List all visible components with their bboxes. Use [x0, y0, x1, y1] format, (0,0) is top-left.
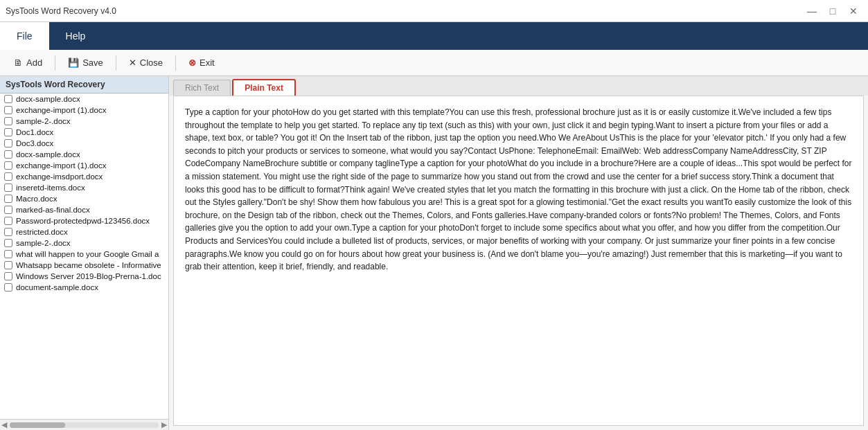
file-name: exchange-import (1).docx: [16, 106, 106, 114]
file-checkbox[interactable]: [4, 161, 12, 170]
file-name: sample-2-.docx: [16, 117, 71, 125]
maximize-button[interactable]: □: [824, 3, 842, 19]
toolbar-separator-1: [55, 55, 55, 71]
list-item[interactable]: docx-sample.docx: [0, 93, 168, 105]
exit-button[interactable]: ⊗ Exit: [180, 53, 223, 73]
file-checkbox[interactable]: [4, 95, 12, 103]
sidebar-scroll-track[interactable]: [10, 422, 159, 428]
list-item[interactable]: Whatsapp became obsolete - Informative: [0, 260, 168, 271]
list-item[interactable]: Password-protectedpwd-123456.docx: [0, 215, 168, 226]
file-checkbox[interactable]: [4, 206, 12, 214]
file-name: docx-sample.docx: [16, 150, 80, 159]
sidebar-title: SysTools Word Recovery: [0, 76, 168, 93]
file-checkbox[interactable]: [4, 183, 12, 192]
file-checkbox[interactable]: [4, 172, 12, 181]
file-name: Doc1.docx: [16, 128, 53, 136]
add-icon: 🗎: [14, 57, 23, 68]
file-checkbox[interactable]: [4, 150, 12, 159]
list-item[interactable]: exchange-imsdport.docx: [0, 171, 168, 182]
file-name: Password-protectedpwd-123456.docx: [16, 217, 150, 225]
title-bar-left: SysTools Word Recovery v4.0: [6, 6, 116, 16]
close-window-button[interactable]: ✕: [844, 3, 862, 19]
main-area: SysTools Word Recovery docx-sample.docxe…: [0, 76, 868, 430]
file-name: exchange-imsdport.docx: [16, 172, 103, 181]
file-checkbox[interactable]: [4, 272, 12, 280]
file-name: restricted.docx: [16, 228, 68, 236]
exit-icon: ⊗: [188, 57, 196, 68]
file-list[interactable]: docx-sample.docxexchange-import (1).docx…: [0, 93, 168, 419]
file-name: sample-2-.docx: [16, 239, 71, 247]
menu-file[interactable]: File: [0, 22, 49, 50]
file-name: exchange-import (1).docx: [16, 161, 106, 170]
tab-plain-text[interactable]: Plain Text: [232, 79, 296, 96]
file-checkbox[interactable]: [4, 261, 12, 269]
file-checkbox[interactable]: [4, 117, 12, 125]
toolbar-separator-2: [116, 55, 116, 71]
file-checkbox[interactable]: [4, 228, 12, 236]
list-item[interactable]: exchange-import (1).docx: [0, 105, 168, 116]
content-area: Rich Text Plain Text Type a caption for …: [169, 76, 868, 430]
file-name: Macro.docx: [16, 195, 57, 203]
file-checkbox[interactable]: [4, 217, 12, 225]
list-item[interactable]: marked-as-final.docx: [0, 204, 168, 215]
list-item[interactable]: sample-2-.docx: [0, 116, 168, 127]
list-item[interactable]: document-sample.docx: [0, 282, 168, 293]
toolbar-separator-3: [175, 55, 176, 71]
file-name: Doc3.docx: [16, 139, 53, 147]
save-icon: 💾: [68, 57, 79, 68]
list-item[interactable]: inseretd-items.docx: [0, 182, 168, 193]
content-body: Type a caption for your photoHow do you …: [173, 96, 864, 426]
close-icon: ✕: [129, 57, 136, 68]
list-item[interactable]: Windows Server 2019-Blog-Prerna-1.doc: [0, 271, 168, 282]
file-checkbox[interactable]: [4, 239, 12, 247]
file-checkbox[interactable]: [4, 250, 12, 258]
list-item[interactable]: restricted.docx: [0, 226, 168, 238]
save-button[interactable]: 💾 Save: [60, 53, 112, 73]
add-button[interactable]: 🗎 Add: [6, 53, 51, 73]
file-checkbox[interactable]: [4, 195, 12, 203]
app-title: SysTools Word Recovery v4.0: [6, 6, 116, 16]
minimize-button[interactable]: —: [803, 3, 821, 19]
list-item[interactable]: docx-sample.docx: [0, 149, 168, 160]
list-item[interactable]: Doc1.docx: [0, 127, 168, 138]
file-name: what will happen to your Google Gmail a: [16, 250, 159, 258]
content-text: Type a caption for your photoHow do you …: [185, 106, 852, 274]
list-item[interactable]: Macro.docx: [0, 193, 168, 204]
file-checkbox[interactable]: [4, 283, 12, 292]
toolbar: 🗎 Add 💾 Save ✕ Close ⊗ Exit: [0, 50, 868, 76]
file-checkbox[interactable]: [4, 128, 12, 136]
content-tabs: Rich Text Plain Text: [169, 76, 868, 96]
file-name: Windows Server 2019-Blog-Prerna-1.doc: [16, 272, 161, 280]
sidebar: SysTools Word Recovery docx-sample.docxe…: [0, 76, 169, 430]
tab-rich-text[interactable]: Rich Text: [173, 80, 231, 96]
menu-bar: File Help: [0, 22, 868, 50]
title-bar: SysTools Word Recovery v4.0 — □ ✕: [0, 0, 868, 22]
list-item[interactable]: sample-2-.docx: [0, 238, 168, 249]
file-name: docx-sample.docx: [16, 95, 80, 103]
sidebar-scrollbar[interactable]: ◀ ▶: [0, 419, 168, 430]
file-checkbox[interactable]: [4, 106, 12, 114]
menu-help[interactable]: Help: [49, 22, 103, 50]
file-name: Whatsapp became obsolete - Informative: [16, 261, 161, 269]
file-name: marked-as-final.docx: [16, 206, 90, 214]
title-bar-controls: — □ ✕: [803, 3, 862, 19]
close-button[interactable]: ✕ Close: [121, 53, 171, 73]
file-name: inseretd-items.docx: [16, 183, 85, 192]
list-item[interactable]: Doc3.docx: [0, 138, 168, 149]
sidebar-scroll-thumb[interactable]: [10, 422, 65, 428]
list-item[interactable]: what will happen to your Google Gmail a: [0, 249, 168, 260]
file-checkbox[interactable]: [4, 139, 12, 147]
file-name: document-sample.docx: [16, 283, 98, 292]
list-item[interactable]: exchange-import (1).docx: [0, 160, 168, 171]
